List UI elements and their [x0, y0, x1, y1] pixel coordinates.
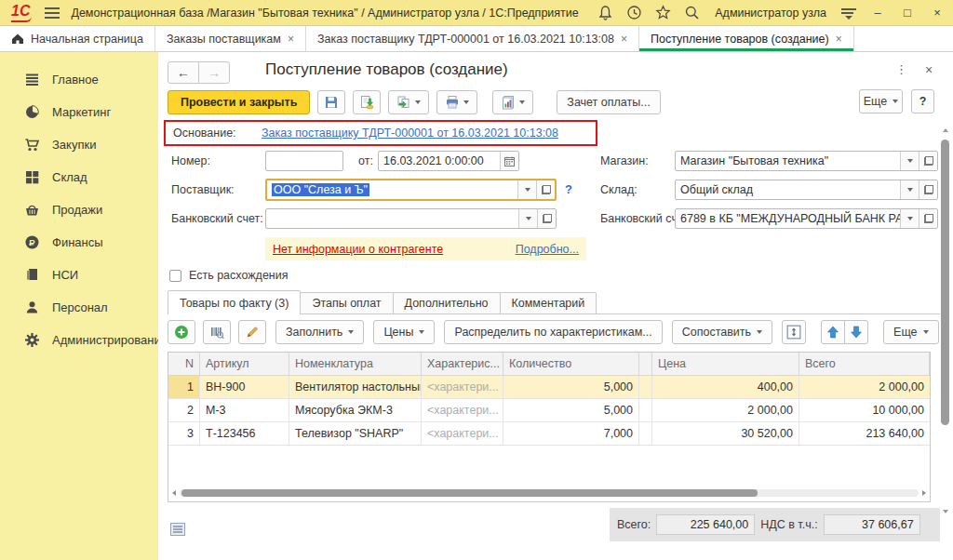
scrollbar-thumb[interactable] [941, 140, 949, 425]
tab-close-icon[interactable]: × [836, 33, 842, 46]
search-icon[interactable] [684, 5, 700, 20]
move-row-down-button[interactable] [844, 320, 868, 344]
sidebar-item-main[interactable]: Главное [0, 63, 158, 96]
distribute-by-characteristics-button[interactable]: Распределить по характеристикам... [444, 320, 662, 344]
scroll-up-icon[interactable] [943, 128, 948, 132]
sidebar-item-nsi[interactable]: НСИ [0, 259, 158, 291]
arrow-up-icon [825, 325, 840, 340]
store-dropdown-button[interactable] [900, 152, 919, 170]
column-header-article[interactable]: Артикул [200, 353, 289, 375]
list-display-icon[interactable] [170, 523, 185, 536]
column-header-price[interactable]: Цена [652, 353, 799, 375]
main-menu-icon[interactable] [45, 7, 60, 19]
form-close-icon[interactable]: × [925, 62, 933, 77]
supplier-dropdown-button[interactable] [517, 180, 536, 199]
basis-document-link[interactable]: Заказ поставщику ТДРТ-000001 от 16.03.20… [262, 127, 558, 140]
match-button[interactable]: Сопоставить [672, 320, 772, 344]
column-header-n[interactable]: N [168, 353, 200, 375]
add-row-button[interactable] [168, 320, 195, 344]
notifications-bell-icon[interactable] [597, 5, 613, 20]
number-field[interactable] [265, 151, 343, 171]
horizontal-scrollbar[interactable] [172, 488, 926, 497]
column-header-qty[interactable]: Количество [503, 353, 639, 375]
sidebar-item-warehouse[interactable]: Склад [0, 161, 158, 193]
grid-more-button[interactable]: Еще [883, 320, 938, 344]
table-row[interactable]: 1 ВН-900 Вентилятор настольный <характер… [168, 376, 930, 399]
details-link[interactable]: Подробно... [516, 243, 579, 256]
scrollbar-track[interactable] [180, 489, 919, 497]
tab-supplier-orders[interactable]: Заказы поставщикам × [155, 26, 306, 51]
sidebar-item-administration[interactable]: Администрирование [0, 324, 158, 356]
help-button[interactable]: ? [911, 89, 934, 113]
bank-left-open-button[interactable] [537, 209, 556, 228]
post-document-button[interactable] [353, 90, 381, 114]
bank-account-left-field[interactable] [265, 208, 557, 229]
sidebar-item-marketing[interactable]: Маркетинг [0, 96, 158, 128]
supplier-open-button[interactable] [536, 180, 555, 199]
scrollbar-thumb[interactable] [181, 489, 758, 497]
column-header-item[interactable]: Номенклатура [289, 353, 422, 375]
tab-comment[interactable]: Комментарий [500, 292, 597, 313]
bank-account-right-field[interactable]: 6789 в КБ "МЕЖДУНАРОДНЫЙ БАНК РАЗ [675, 208, 938, 229]
fill-button[interactable]: Заполнить [275, 320, 364, 344]
supplier-field[interactable]: ООО "Слеза и Ъ" [265, 179, 557, 201]
form-menu-dots-icon[interactable]: ⋮ [895, 62, 907, 76]
warehouse-dropdown-button[interactable] [900, 180, 919, 199]
tab-supplier-order-doc[interactable]: Заказ поставщику ТДРТ-000001 от 16.03.20… [306, 26, 639, 51]
tab-goods-by-fact[interactable]: Товары по факту (3) [168, 290, 301, 313]
reports-button[interactable] [492, 90, 533, 114]
tab-close-icon[interactable]: × [288, 33, 294, 46]
scroll-right-icon[interactable] [922, 490, 926, 496]
post-and-close-button[interactable]: Провести и закрыть [168, 90, 310, 114]
warehouse-open-button[interactable] [919, 180, 937, 199]
scroll-left-icon[interactable] [172, 490, 176, 496]
edit-row-button[interactable] [238, 320, 266, 344]
move-row-up-button[interactable] [821, 320, 845, 344]
vertical-scrollbar[interactable] [941, 132, 950, 508]
date-field[interactable]: 16.03.2021 0:00:00 [378, 151, 519, 171]
bank-left-dropdown-button[interactable] [518, 209, 537, 228]
tab-additional[interactable]: Дополнительно [393, 292, 501, 313]
tab-home[interactable]: Начальная страница [0, 26, 155, 51]
barcode-scan-button[interactable] [203, 320, 231, 344]
payment-offset-button[interactable]: Зачет оплаты... [557, 90, 660, 114]
warehouse-value: Общий склад [676, 180, 900, 199]
favorites-star-icon[interactable] [655, 5, 671, 20]
store-open-button[interactable] [919, 152, 937, 170]
create-based-on-button[interactable] [388, 90, 429, 114]
tab-close-icon[interactable]: × [621, 33, 627, 46]
discrepancy-checkbox-row[interactable]: Есть расхождения [169, 269, 289, 282]
maximize-button[interactable]: □ [899, 6, 916, 20]
close-window-button[interactable]: × [929, 6, 946, 20]
print-button[interactable] [436, 90, 477, 114]
column-header-total[interactable]: Всего [799, 353, 930, 375]
save-button[interactable] [317, 90, 345, 114]
tab-goods-receipt[interactable]: Поступление товаров (создание) × [639, 26, 854, 51]
discrepancy-checkbox[interactable] [169, 270, 181, 282]
tab-payment-stages[interactable]: Этапы оплат [300, 292, 393, 313]
form-more-button[interactable]: Еще [859, 89, 903, 113]
sidebar-item-finance[interactable]: Р Финансы [0, 226, 158, 259]
prices-button[interactable]: Цены [373, 320, 435, 344]
warehouse-field[interactable]: Общий склад [675, 180, 938, 200]
calendar-button[interactable] [500, 152, 518, 170]
bank-right-dropdown-button[interactable] [900, 209, 919, 228]
store-field[interactable]: Магазин "Бытовая техника" [675, 151, 938, 171]
current-user[interactable]: Администратор узла [715, 7, 826, 20]
sidebar-item-personnel[interactable]: Персонал [0, 291, 158, 324]
nav-forward-button[interactable]: → [198, 61, 230, 84]
nav-back-button[interactable]: ← [168, 61, 199, 84]
column-header-characteristic[interactable]: Характерис... [422, 353, 503, 375]
service-menu-icon[interactable] [841, 7, 856, 19]
no-counterparty-info-link[interactable]: Нет информации о контрагенте [273, 243, 443, 256]
history-icon[interactable] [626, 5, 642, 20]
table-row[interactable]: 2 М-3 Мясорубка ЭКМ-3 <характери... 5,00… [168, 399, 930, 422]
supplier-help-link[interactable]: ? [565, 182, 572, 196]
table-row[interactable]: 3 Т-123456 Телевизор "SHARP" <характери.… [168, 422, 930, 446]
scroll-down-icon[interactable] [943, 510, 948, 513]
sidebar-item-purchases[interactable]: Закупки [0, 128, 158, 161]
bank-right-open-button[interactable] [919, 209, 937, 228]
minimize-button[interactable]: – [869, 6, 886, 20]
fit-height-button[interactable] [782, 320, 806, 344]
sidebar-item-sales[interactable]: Продажи [0, 193, 158, 226]
